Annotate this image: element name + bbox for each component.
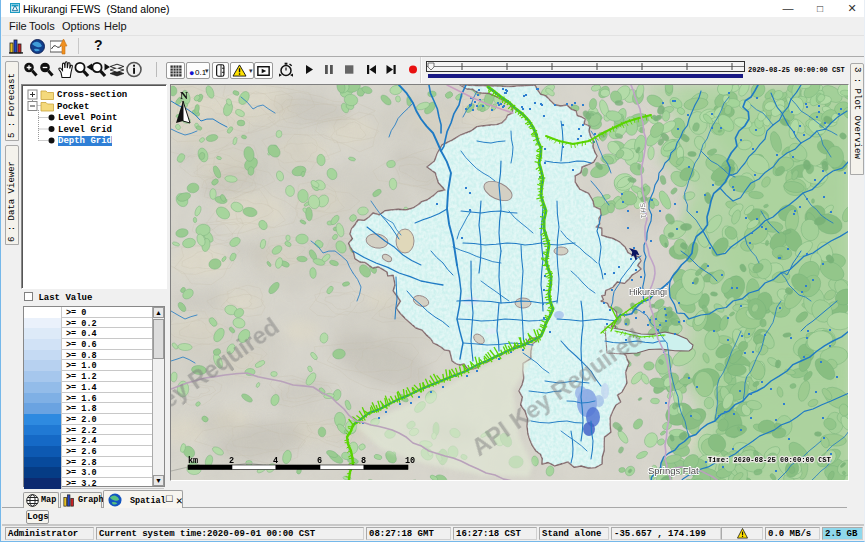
svg-text:2: 2 <box>229 456 234 466</box>
svg-text:N: N <box>180 89 188 101</box>
svg-text:Hikurangi: Hikurangi <box>629 287 667 297</box>
svg-text:SH 1: SH 1 <box>639 202 647 218</box>
svg-text:8: 8 <box>361 456 366 466</box>
svg-text:km: km <box>188 456 198 466</box>
svg-text:Time: 2020-08-25 00:00:00 CST: Time: 2020-08-25 00:00:00 CST <box>708 456 832 464</box>
svg-text:10: 10 <box>405 456 415 466</box>
svg-text:Springs Flat: Springs Flat <box>648 465 699 476</box>
svg-text:4: 4 <box>273 456 278 466</box>
svg-text:6: 6 <box>317 456 322 466</box>
